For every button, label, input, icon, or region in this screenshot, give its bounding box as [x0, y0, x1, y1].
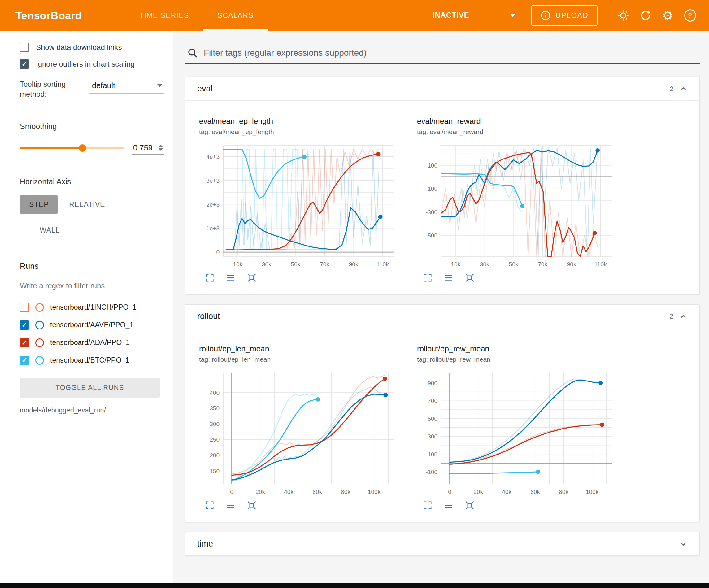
svg-text:20k: 20k — [256, 489, 265, 495]
line-chart[interactable]: 10k30k50k70k90k110k-500-300-100100 — [417, 143, 615, 270]
fullscreen-icon — [205, 501, 214, 510]
fullscreen-icon — [205, 273, 214, 282]
show-download-links-option[interactable]: Show data download links — [20, 43, 164, 52]
section-header-rollout[interactable]: rollout 2 — [185, 305, 700, 328]
status-dropdown[interactable]: INACTIVE — [430, 8, 518, 23]
checkbox-icon[interactable]: ✓ — [20, 59, 29, 69]
chart-rollout-ep-len-mean: rollout/ep_len_mean tag: rollout/ep_len_… — [199, 344, 397, 511]
divider — [12, 110, 174, 111]
settings-sidebar: Show data download links ✓ Ignore outlie… — [0, 31, 174, 588]
tab-time-series[interactable]: TIME SERIES — [125, 0, 203, 31]
tag-filter-input[interactable] — [203, 48, 697, 58]
section-header-time[interactable]: time — [185, 532, 700, 556]
run-row-ada[interactable]: ✓ tensorboard/ADA/PPO_1 — [20, 338, 164, 348]
app-body: Show data download links ✓ Ignore outlie… — [0, 31, 709, 588]
fit-domain-button[interactable] — [247, 501, 257, 511]
fit-domain-button[interactable] — [247, 273, 257, 283]
run-checkbox[interactable] — [20, 303, 29, 312]
horizontal-axis-options: STEP RELATIVE WALL — [20, 195, 131, 239]
axis-wall-button[interactable]: WALL — [38, 222, 61, 239]
run-checkbox[interactable]: ✓ — [20, 321, 29, 330]
chart-options-button[interactable] — [226, 273, 236, 283]
chart-title: rollout/ep_len_mean — [199, 344, 397, 353]
brightness-toggle-button[interactable] — [615, 8, 631, 23]
chevron-down-icon[interactable] — [679, 540, 688, 548]
tooltip-sorting-select[interactable]: default — [89, 79, 164, 94]
expand-chart-button[interactable] — [423, 273, 432, 283]
svg-text:20k: 20k — [473, 489, 483, 495]
svg-text:110k: 110k — [376, 261, 389, 267]
section-header-controls: 2 — [670, 84, 688, 93]
svg-text:60k: 60k — [312, 489, 322, 495]
line-chart[interactable]: 020k40k60k80k100k-100100300500700900 — [417, 370, 615, 497]
smoothing-value-input[interactable]: 0.759 — [132, 142, 164, 154]
slider-knob[interactable] — [79, 144, 86, 152]
expand-chart-button[interactable] — [205, 273, 215, 283]
expand-chart-button[interactable] — [423, 501, 432, 511]
line-chart[interactable]: 10k30k50k70k90k110k01e+32e+33e+34e+3 — [199, 143, 397, 270]
svg-text:10k: 10k — [451, 261, 461, 267]
smoothing-slider[interactable] — [20, 147, 124, 149]
smoothing-control: 0.759 — [20, 142, 164, 154]
section-title: time — [197, 539, 213, 549]
fit-to-data-icon — [247, 273, 256, 282]
expand-chart-button[interactable] — [205, 501, 215, 511]
chart-options-button[interactable] — [444, 501, 453, 511]
fullscreen-icon — [423, 501, 432, 510]
run-row-btc[interactable]: ✓ tensorboard/BTC/PPO_1 — [20, 356, 164, 365]
svg-text:300: 300 — [427, 433, 438, 440]
runs-filter-input[interactable] — [20, 279, 164, 294]
svg-text:900: 900 — [427, 380, 438, 386]
ignore-outliers-option[interactable]: ✓ Ignore outliers in chart scaling — [20, 59, 164, 69]
svg-text:60k: 60k — [530, 489, 540, 495]
chart-options-button[interactable] — [226, 501, 236, 511]
chart-tag: tag: rollout/ep_rew_mean — [417, 356, 615, 363]
upload-button[interactable]: UPLOAD — [531, 5, 598, 26]
upload-label: UPLOAD — [555, 11, 588, 20]
runs-section-label: Runs — [20, 261, 164, 271]
axis-relative-button[interactable]: RELATIVE — [67, 196, 107, 213]
line-chart[interactable]: 020k40k60k80k100k150200250300350400 — [199, 370, 397, 497]
main-content: eval 2 eval/mean_ep_length tag: eval/mea… — [174, 31, 709, 588]
checkbox-label: Show data download links — [36, 43, 122, 52]
run-row-aave[interactable]: ✓ tensorboard/AAVE/PPO_1 — [20, 321, 164, 330]
tab-scalars[interactable]: SCALARS — [203, 0, 268, 31]
section-card-eval: eval 2 eval/mean_ep_length tag: eval/mea… — [185, 77, 700, 295]
run-checkbox[interactable]: ✓ — [20, 356, 29, 365]
run-checkbox[interactable]: ✓ — [20, 338, 29, 348]
chart-toolbar — [205, 273, 397, 283]
fit-domain-button[interactable] — [465, 273, 475, 283]
axis-step-button[interactable]: STEP — [20, 195, 58, 214]
svg-text:0: 0 — [230, 489, 233, 495]
gear-icon: ⚙ — [662, 8, 674, 23]
section-count: 2 — [670, 312, 674, 321]
run-row-1inch[interactable]: tensorboard/1INCH/PPO_1 — [20, 303, 164, 312]
svg-text:0: 0 — [448, 489, 451, 495]
toggle-all-runs-button[interactable]: TOGGLE ALL RUNS — [20, 378, 160, 398]
help-icon: ? — [684, 9, 696, 22]
checkbox-icon[interactable] — [20, 43, 29, 52]
svg-text:100: 100 — [427, 451, 438, 458]
stepper-arrows[interactable] — [159, 145, 163, 151]
chevron-up-icon[interactable] — [679, 84, 688, 93]
lines-icon — [226, 501, 235, 510]
settings-button[interactable]: ⚙ — [660, 8, 676, 23]
app-logo: TensorBoard — [16, 9, 82, 22]
svg-text:80k: 80k — [559, 489, 569, 495]
lines-icon — [444, 273, 453, 282]
section-card-rollout: rollout 2 rollout/ep_len_mean tag: rollo… — [185, 304, 700, 522]
svg-text:90k: 90k — [349, 261, 359, 267]
section-header-eval[interactable]: eval 2 — [185, 77, 700, 101]
chevron-up-icon[interactable] — [679, 312, 688, 321]
svg-text:100k: 100k — [368, 489, 381, 495]
svg-text:200: 200 — [210, 452, 219, 459]
fullscreen-icon — [423, 273, 432, 282]
refresh-button[interactable] — [638, 8, 653, 23]
chart-options-button[interactable] — [444, 273, 453, 283]
fit-domain-button[interactable] — [465, 501, 475, 511]
svg-text:30k: 30k — [262, 261, 271, 267]
help-button[interactable]: ? — [682, 8, 698, 23]
chart-tag: tag: eval/mean_reward — [417, 128, 615, 136]
svg-text:110k: 110k — [595, 261, 607, 267]
chart-toolbar — [423, 501, 615, 511]
